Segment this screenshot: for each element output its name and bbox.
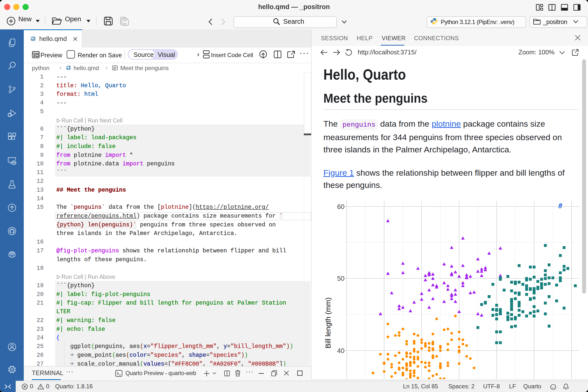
svg-text:60: 60 [337, 203, 344, 210]
svg-text:Bill length (mm): Bill length (mm) [324, 298, 332, 348]
svg-text:40: 40 [337, 347, 344, 354]
svg-text:50: 50 [337, 275, 344, 282]
